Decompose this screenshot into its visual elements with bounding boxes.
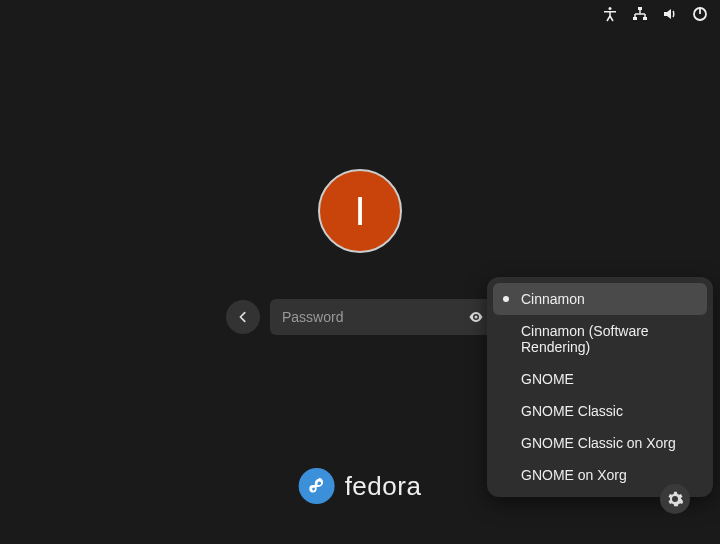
password-field bbox=[270, 299, 494, 335]
session-item-label: GNOME Classic bbox=[521, 403, 623, 419]
svg-line-3 bbox=[607, 16, 610, 21]
top-panel bbox=[590, 0, 720, 28]
svg-rect-7 bbox=[643, 17, 647, 20]
bullet-icon bbox=[503, 408, 509, 414]
session-item[interactable]: GNOME Classic bbox=[493, 395, 707, 427]
fedora-logo-icon bbox=[299, 468, 335, 504]
svg-point-14 bbox=[475, 316, 478, 319]
volume-icon[interactable] bbox=[662, 6, 678, 22]
chevron-left-icon bbox=[236, 310, 250, 324]
bullet-icon bbox=[503, 440, 509, 446]
svg-rect-2 bbox=[609, 11, 611, 16]
session-item[interactable]: Cinnamon (Software Rendering) bbox=[493, 315, 707, 363]
session-item-label: Cinnamon (Software Rendering) bbox=[521, 323, 697, 355]
avatar-initial: I bbox=[354, 189, 365, 234]
session-item[interactable]: Cinnamon bbox=[493, 283, 707, 315]
bullet-icon bbox=[503, 376, 509, 382]
brand-text: fedora bbox=[345, 471, 422, 502]
accessibility-icon[interactable] bbox=[602, 6, 618, 22]
svg-rect-13 bbox=[699, 7, 701, 14]
password-input[interactable] bbox=[270, 299, 494, 335]
reveal-password-button[interactable] bbox=[462, 303, 490, 331]
distro-brand: fedora bbox=[299, 468, 422, 504]
session-item[interactable]: GNOME bbox=[493, 363, 707, 395]
svg-point-0 bbox=[609, 7, 612, 10]
svg-rect-6 bbox=[633, 17, 637, 20]
power-icon[interactable] bbox=[692, 6, 708, 22]
bullet-icon bbox=[503, 336, 509, 342]
session-menu: CinnamonCinnamon (Software Rendering)GNO… bbox=[487, 277, 713, 497]
bullet-icon bbox=[503, 296, 509, 302]
gear-icon bbox=[667, 491, 683, 507]
eye-icon bbox=[468, 309, 484, 325]
svg-line-4 bbox=[610, 16, 613, 21]
svg-rect-5 bbox=[638, 7, 642, 10]
session-item-label: GNOME bbox=[521, 371, 574, 387]
session-settings-button[interactable] bbox=[660, 484, 690, 514]
session-item[interactable]: GNOME Classic on Xorg bbox=[493, 427, 707, 459]
back-button[interactable] bbox=[226, 300, 260, 334]
session-item-label: GNOME on Xorg bbox=[521, 467, 627, 483]
network-icon[interactable] bbox=[632, 6, 648, 22]
bullet-icon bbox=[503, 472, 509, 478]
login-row bbox=[226, 299, 494, 335]
session-item-label: GNOME Classic on Xorg bbox=[521, 435, 676, 451]
session-item-label: Cinnamon bbox=[521, 291, 585, 307]
user-avatar: I bbox=[318, 169, 402, 253]
